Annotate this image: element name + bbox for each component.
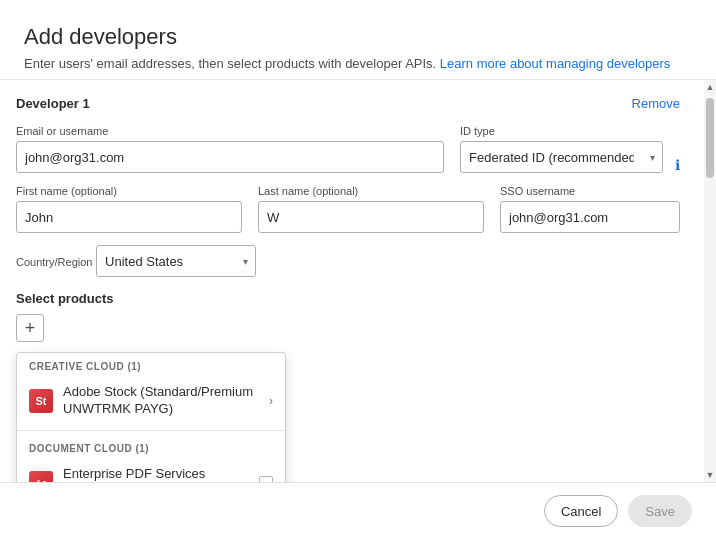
id-type-group: ID type Federated ID (recommended) Adobe… [460, 125, 680, 173]
modal-subtitle: Enter users' email addresses, then selec… [24, 56, 692, 71]
id-type-label: ID type [460, 125, 680, 137]
email-group: Email or username [16, 125, 444, 173]
adobe-stock-name: Adobe Stock (Standard/Premium UNWTRMK PA… [63, 384, 259, 418]
modal-title: Add developers [24, 24, 692, 50]
id-type-select[interactable]: Federated ID (recommended) Adobe ID Ente… [460, 141, 663, 173]
remove-link[interactable]: Remove [632, 96, 680, 111]
first-name-group: First name (optional) [16, 185, 242, 233]
modal-header: Add developers Enter users' email addres… [0, 0, 716, 80]
name-sso-row: First name (optional) Last name (optiona… [16, 185, 680, 233]
pdf-services-name: Enterprise PDF Services Developer [63, 466, 249, 482]
add-product-button[interactable]: + [16, 314, 44, 342]
developer-header: Developer 1 Remove [16, 96, 680, 111]
select-products-label: Select products [16, 291, 680, 306]
document-cloud-category: DOCUMENT CLOUD (1) [17, 435, 285, 458]
country-select[interactable]: United States Canada United Kingdom [96, 245, 256, 277]
developer-label: Developer 1 [16, 96, 90, 111]
select-products-section: Select products + CREATIVE CLOUD (1) St … [16, 291, 680, 482]
adobe-stock-icon: St [29, 389, 53, 413]
developer-1-section: Developer 1 Remove Email or username ID … [0, 80, 704, 482]
pdf-services-item[interactable]: Ac Enterprise PDF Services Developer [17, 458, 285, 482]
product-dropdown-panel: CREATIVE CLOUD (1) St Adobe Stock (Stand… [16, 352, 286, 482]
plus-icon: + [25, 318, 36, 339]
info-icon[interactable]: ℹ [675, 157, 680, 173]
save-button[interactable]: Save [628, 495, 692, 527]
scrollbar-thumb[interactable] [706, 98, 714, 178]
modal-footer: Cancel Save [0, 482, 716, 539]
sso-label: SSO username [500, 185, 680, 197]
modal-body: ▲ ▼ Developer 1 Remove Email or username… [0, 80, 716, 482]
email-idtype-row: Email or username ID type Federated ID (… [16, 125, 680, 173]
email-label: Email or username [16, 125, 444, 137]
id-type-row: Federated ID (recommended) Adobe ID Ente… [460, 141, 680, 173]
creative-cloud-category: CREATIVE CLOUD (1) [17, 353, 285, 376]
country-label: Country/Region [16, 256, 92, 268]
first-name-input[interactable] [16, 201, 242, 233]
email-input[interactable] [16, 141, 444, 173]
first-name-label: First name (optional) [16, 185, 242, 197]
scroll-down-arrow[interactable]: ▼ [704, 468, 716, 482]
last-name-label: Last name (optional) [258, 185, 484, 197]
acrobat-icon: Ac [29, 471, 53, 482]
dropdown-divider [17, 430, 285, 431]
id-type-select-wrapper: Federated ID (recommended) Adobe ID Ente… [460, 141, 663, 173]
subtitle-text: Enter users' email addresses, then selec… [24, 56, 440, 71]
add-developers-modal: Add developers Enter users' email addres… [0, 0, 716, 539]
country-select-wrapper: United States Canada United Kingdom ▾ [96, 245, 256, 277]
learn-more-link[interactable]: Learn more about managing developers [440, 56, 671, 71]
sso-input[interactable] [500, 201, 680, 233]
last-name-group: Last name (optional) [258, 185, 484, 233]
country-row: Country/Region United States Canada Unit… [16, 245, 680, 277]
sso-group: SSO username [500, 185, 680, 233]
pdf-services-checkbox[interactable] [259, 476, 273, 482]
item-arrow-icon: › [269, 394, 273, 408]
cancel-button[interactable]: Cancel [544, 495, 618, 527]
scroll-up-arrow[interactable]: ▲ [704, 80, 716, 94]
scrollbar-track: ▲ ▼ [704, 80, 716, 482]
last-name-input[interactable] [258, 201, 484, 233]
adobe-stock-item[interactable]: St Adobe Stock (Standard/Premium UNWTRMK… [17, 376, 285, 426]
